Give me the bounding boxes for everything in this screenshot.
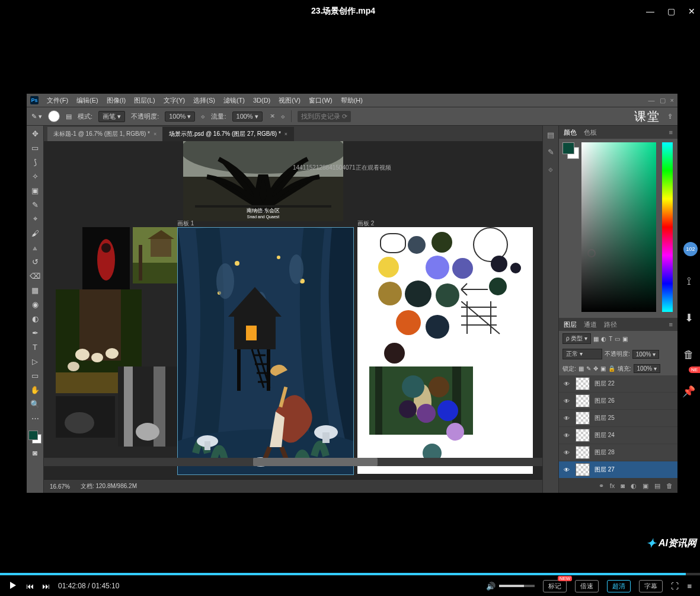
horizontal-scrollbar[interactable] — [44, 458, 542, 466]
menu-help[interactable]: 帮助(H) — [341, 96, 363, 105]
share-icon[interactable]: ⟟ — [679, 272, 698, 291]
delete-layer-icon[interactable]: 🗑 — [666, 482, 673, 489]
brush-preview-icon[interactable] — [48, 110, 60, 122]
heal-tool-icon[interactable]: ⌖ — [29, 213, 41, 224]
layer-row[interactable]: 👁图层 26 — [559, 393, 677, 410]
visibility-icon[interactable]: 👁 — [562, 467, 571, 473]
layer-row[interactable]: 👁图层 28 — [559, 444, 677, 461]
panel-menu-icon[interactable]: ≡ — [669, 321, 673, 328]
panel-menu-icon[interactable]: ≡ — [669, 129, 673, 136]
maximize-button[interactable]: ▢ — [667, 7, 675, 16]
crop-tool-icon[interactable]: ▣ — [29, 185, 41, 196]
color-field[interactable] — [581, 142, 656, 312]
fullscreen-button[interactable]: ⛶ — [671, 582, 679, 591]
filter-pixel-icon[interactable]: ▦ — [593, 336, 599, 342]
brush-tool-icon[interactable]: ✎ ▾ — [31, 113, 42, 120]
link-layers-icon[interactable]: ⚭ — [599, 482, 604, 490]
canvas[interactable]: 1441152128841504071正在观看视频 南 — [44, 141, 542, 479]
brush-settings-icon[interactable]: ▤ — [66, 113, 72, 120]
lock-transparency-icon[interactable]: ▦ — [578, 365, 584, 372]
eyedropper-tool-icon[interactable]: ✎ — [29, 199, 41, 210]
flow-dropdown[interactable]: 100% ▾ — [232, 111, 263, 122]
quickmask-icon[interactable]: ◙ — [29, 447, 41, 458]
blend-mode-dropdown[interactable]: 正常 ▾ — [562, 349, 602, 359]
menu-view[interactable]: 视图(V) — [279, 96, 301, 105]
stamp-tool-icon[interactable]: ⟁ — [29, 242, 41, 253]
adjustment-layer-icon[interactable]: ◐ — [631, 482, 637, 490]
lasso-tool-icon[interactable]: ⟆ — [29, 157, 41, 167]
visibility-icon[interactable]: 👁 — [562, 398, 571, 404]
shape-tool-icon[interactable]: ▭ — [29, 370, 41, 381]
wand-tool-icon[interactable]: ✧ — [29, 171, 41, 181]
layer-fx-icon[interactable]: fx — [610, 482, 615, 489]
brush-tool-icon[interactable]: 🖌 — [29, 228, 41, 238]
next-button[interactable]: ⏭ — [42, 582, 50, 591]
floating-page-badge[interactable]: 102 — [683, 242, 698, 256]
play-button[interactable] — [8, 581, 18, 592]
hue-slider[interactable] — [662, 142, 673, 312]
foreground-background-colors[interactable] — [28, 431, 41, 444]
menu-select[interactable]: 选择(S) — [193, 96, 215, 105]
tab-swatches[interactable]: 色板 — [584, 128, 597, 137]
menu-3d[interactable]: 3D(D) — [253, 97, 270, 104]
edit-toolbar-icon[interactable]: ⋯ — [29, 413, 41, 423]
gradient-tool-icon[interactable]: ▦ — [29, 285, 41, 295]
menu-window[interactable]: 窗口(W) — [309, 96, 333, 105]
mark-button[interactable]: 标记NEW — [543, 580, 567, 592]
lock-all-icon[interactable]: 🔒 — [608, 365, 615, 372]
pin-icon[interactable]: 📌 — [679, 382, 698, 401]
fill-value[interactable]: 100% ▾ — [634, 364, 660, 373]
close-icon[interactable]: × — [285, 131, 287, 137]
layer-kind-filter[interactable]: ρ 类型 ▾ — [562, 333, 591, 344]
layer-row[interactable]: 👁图层 27 — [559, 461, 677, 479]
color-picker-panel[interactable] — [559, 139, 677, 318]
tab-paths[interactable]: 路径 — [604, 320, 617, 329]
layer-row[interactable]: 👁图层 24 — [559, 427, 677, 444]
marquee-tool-icon[interactable]: ▭ — [29, 142, 41, 153]
visibility-icon[interactable]: 👁 — [562, 415, 571, 422]
menu-type[interactable]: 文字(Y) — [164, 96, 186, 105]
move-tool-icon[interactable]: ✥ — [29, 128, 41, 139]
playlist-button[interactable]: ≡ — [687, 582, 692, 591]
dodge-tool-icon[interactable]: ◐ — [29, 313, 41, 324]
progress-bar[interactable] — [0, 573, 700, 575]
visibility-icon[interactable]: 👁 — [562, 450, 571, 456]
volume-slider[interactable] — [499, 585, 535, 587]
visibility-icon[interactable]: 👁 — [562, 432, 571, 439]
visibility-icon[interactable]: 👁 — [562, 381, 571, 387]
opacity-dropdown[interactable]: 100% ▾ — [165, 111, 195, 122]
doc-tab-1[interactable]: 未标题-1 @ 16.7% (图层 1, RGB/8) *× — [47, 127, 163, 141]
ps-maximize-icon[interactable]: ▢ — [660, 97, 666, 104]
new-layer-icon[interactable]: ▤ — [654, 482, 660, 490]
layer-row[interactable]: 👁图层 25 — [559, 410, 677, 427]
speed-button[interactable]: 倍速 — [575, 580, 599, 592]
tab-color[interactable]: 颜色 — [564, 128, 577, 137]
path-tool-icon[interactable]: ▷ — [29, 356, 41, 366]
quality-button[interactable]: 超清 — [607, 580, 631, 592]
lock-position-icon[interactable]: ✥ — [593, 365, 598, 372]
lock-artboard-icon[interactable]: ▣ — [600, 365, 606, 372]
close-button[interactable]: ✕ — [688, 7, 695, 16]
menu-edit[interactable]: 编辑(E) — [76, 96, 98, 105]
lock-paint-icon[interactable]: ✎ — [586, 365, 591, 372]
previous-button[interactable]: ⏮ — [26, 582, 34, 591]
filter-shape-icon[interactable]: ▭ — [615, 336, 620, 342]
group-icon[interactable]: ▣ — [643, 482, 648, 490]
history-brush-tool-icon[interactable]: ↺ — [29, 256, 41, 267]
pen-tool-icon[interactable]: ✒ — [29, 327, 41, 338]
delete-icon[interactable]: 🗑 — [679, 345, 698, 364]
doc-tab-2[interactable]: 场景示范.psd @ 16.7% (图层 27, RGB/8) *× — [163, 127, 294, 141]
minimize-button[interactable]: — — [646, 7, 654, 16]
pressure-opacity-icon[interactable]: ⟐ — [201, 113, 205, 120]
pressure-size-icon[interactable]: ⟐ — [281, 113, 285, 120]
blur-tool-icon[interactable]: ◉ — [29, 299, 41, 310]
history-panel-icon[interactable]: ▤ — [547, 130, 554, 139]
tab-channels[interactable]: 通道 — [584, 320, 597, 329]
menu-image[interactable]: 图像(I) — [107, 96, 126, 105]
layer-row[interactable]: 👁图层 22 — [559, 375, 677, 393]
subtitle-button[interactable]: 字幕 — [639, 580, 663, 592]
airbrush-icon[interactable]: ⪤ — [269, 113, 275, 120]
tab-layers[interactable]: 图层 — [564, 320, 577, 329]
download-icon[interactable]: ⬇ — [679, 308, 698, 327]
properties-panel-icon[interactable]: ⟐ — [548, 165, 553, 174]
